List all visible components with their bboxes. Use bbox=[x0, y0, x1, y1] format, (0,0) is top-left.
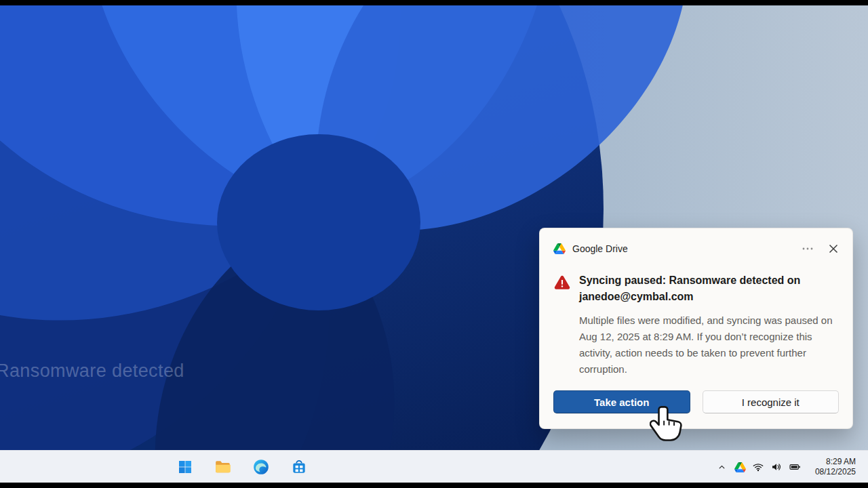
battery-button[interactable] bbox=[786, 453, 804, 481]
warning-triangle-icon bbox=[553, 274, 571, 291]
edge-browser-button[interactable] bbox=[248, 453, 275, 481]
clock[interactable]: 8:29 AM 08/12/2025 bbox=[810, 454, 861, 480]
watermark-text: Ransomware detected bbox=[0, 361, 184, 382]
notification-toast[interactable]: Google Drive Syncing pa bbox=[539, 228, 853, 429]
file-explorer-button[interactable] bbox=[210, 453, 237, 481]
file-explorer-icon bbox=[214, 458, 232, 476]
battery-icon bbox=[789, 462, 801, 472]
wifi-button[interactable] bbox=[749, 453, 768, 481]
toast-actions: Take action I recognize it bbox=[540, 378, 852, 413]
toast-content: Syncing paused: Ransomware detected on j… bbox=[540, 258, 852, 378]
toast-header: Google Drive bbox=[540, 228, 852, 258]
toast-app-name: Google Drive bbox=[572, 243, 791, 254]
toast-message: Multiple files were modified, and syncin… bbox=[579, 312, 835, 378]
edge-browser-icon bbox=[252, 458, 270, 476]
tray-google-drive-button[interactable] bbox=[731, 453, 749, 481]
tray-chevron-button[interactable] bbox=[713, 453, 731, 481]
volume-icon bbox=[771, 462, 782, 472]
taskbar-app-icons bbox=[172, 451, 313, 483]
windows-start-icon bbox=[177, 459, 193, 475]
clock-date: 08/12/2025 bbox=[815, 467, 856, 477]
more-options-icon bbox=[802, 247, 813, 250]
clock-time: 8:29 AM bbox=[815, 457, 856, 467]
taskbar: 8:29 AM 08/12/2025 bbox=[0, 450, 868, 483]
screen: Ransomware detected Google Drive bbox=[0, 0, 868, 488]
toast-title: Syncing paused: Ransomware detected on j… bbox=[579, 272, 818, 305]
recognize-button[interactable]: I recognize it bbox=[703, 390, 840, 413]
take-action-button[interactable]: Take action bbox=[553, 390, 690, 413]
microsoft-store-icon bbox=[290, 458, 308, 476]
chevron-up-icon bbox=[717, 463, 726, 472]
volume-button[interactable] bbox=[768, 453, 786, 481]
microsoft-store-button[interactable] bbox=[285, 453, 313, 481]
google-drive-tray-icon bbox=[734, 462, 746, 472]
close-icon bbox=[829, 244, 838, 253]
close-button[interactable] bbox=[824, 240, 843, 258]
google-drive-icon bbox=[553, 243, 566, 254]
system-tray: 8:29 AM 08/12/2025 bbox=[713, 451, 861, 483]
start-button[interactable] bbox=[172, 453, 199, 481]
wifi-icon bbox=[753, 462, 764, 472]
more-options-button[interactable] bbox=[798, 240, 817, 258]
